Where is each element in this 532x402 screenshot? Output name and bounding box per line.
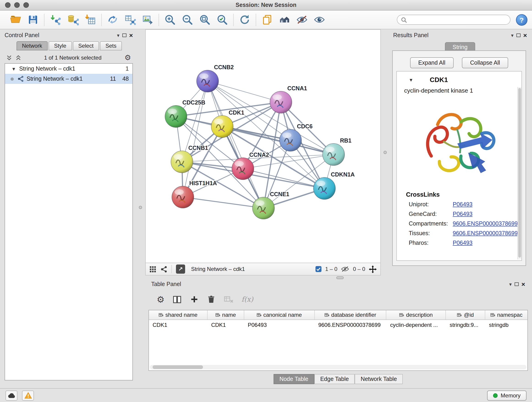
collapse-all-button[interactable]: Collapse All	[462, 57, 508, 68]
network-node-CDKN1A[interactable]	[313, 177, 336, 199]
tab-edge-table[interactable]: Edge Table	[314, 374, 355, 384]
close-panel-icon[interactable]: ×	[523, 32, 527, 38]
table-row[interactable]: CDK1 CDK1 P06493 9606.ENSP00000378699 cy…	[149, 320, 527, 330]
fit-selected-crosshair-icon[interactable]	[369, 265, 377, 273]
network-edge-CDK1-RB1[interactable]	[222, 127, 334, 154]
import-table-from-file-button[interactable]	[83, 13, 97, 27]
import-network-from-database-button[interactable]	[66, 13, 80, 27]
tab-network-table[interactable]: Network Table	[355, 374, 403, 384]
duplicate-network-button[interactable]	[260, 13, 274, 27]
network-tree-root-row[interactable]: ▼ String Network – cdk1 1	[5, 64, 133, 74]
network-node-HIST1H1A[interactable]	[172, 186, 194, 208]
column-sort-icon	[256, 313, 261, 317]
panel-menu-icon[interactable]: ▾	[511, 32, 514, 38]
share-view-icon[interactable]	[160, 266, 167, 273]
column-header[interactable]: shared name	[149, 310, 208, 319]
column-header[interactable]: namespac	[485, 310, 527, 319]
function-builder-icon[interactable]: f(x)	[241, 295, 253, 303]
help-button[interactable]: ?	[516, 14, 527, 26]
float-panel-icon[interactable]	[515, 282, 519, 286]
right-splitter-handle[interactable]	[384, 151, 387, 154]
tab-node-table[interactable]: Node Table	[273, 374, 314, 384]
memory-button[interactable]: Memory	[487, 390, 526, 400]
collapse-entry-triangle-icon[interactable]: ▼	[409, 77, 413, 82]
network-node-CCNA2[interactable]	[232, 158, 254, 180]
network-canvas[interactable]: CCNB2CCNA1CDC25BCDK1CDC6RB1CCNB1CCNA2CDK…	[145, 29, 381, 263]
toolbar-search[interactable]	[397, 15, 510, 25]
import-network-from-file-button[interactable]	[49, 13, 62, 27]
network-options-gear-icon[interactable]: ⚙	[124, 54, 131, 61]
results-scrollbar[interactable]	[517, 87, 521, 259]
network-node-CDK1[interactable]	[211, 115, 233, 138]
network-edge-CCNB2-CCNA1[interactable]	[208, 81, 281, 102]
collapse-all-chevrons-icon[interactable]	[16, 55, 21, 61]
network-tree-row-string-network[interactable]: String Network – cdk1 11 48	[5, 74, 133, 84]
column-header[interactable]: canonical name	[244, 310, 315, 319]
hidden-items-eye-slash-icon[interactable]	[341, 266, 349, 272]
search-input[interactable]	[409, 17, 506, 23]
tab-sets[interactable]: Sets	[100, 41, 122, 51]
zoom-selected-button[interactable]	[215, 13, 229, 27]
zoom-in-button[interactable]	[163, 13, 177, 27]
crosslink-link[interactable]: P06493	[453, 240, 472, 246]
left-splitter-handle[interactable]	[139, 206, 142, 209]
close-panel-icon[interactable]: ×	[521, 281, 525, 287]
refresh-view-button[interactable]	[238, 13, 252, 27]
delete-column-trash-icon[interactable]	[207, 295, 216, 304]
crosslink-link[interactable]: 9606.ENSP00000378699	[453, 220, 518, 227]
column-header[interactable]: @id	[446, 310, 485, 319]
show-graphics-details-button[interactable]	[312, 13, 326, 27]
crosslink-link[interactable]: P06493	[453, 211, 472, 217]
close-panel-icon[interactable]: ×	[129, 32, 133, 38]
network-graph[interactable]: CCNB2CCNA1CDC25BCDK1CDC6RB1CCNB1CCNA2CDK…	[146, 30, 380, 263]
control-panel: Control Panel ▾ × Network Style Select S…	[2, 30, 136, 382]
zoom-in-icon	[164, 14, 176, 26]
panel-menu-icon[interactable]: ▾	[509, 281, 512, 287]
table-horizontal-scrollbar[interactable]	[150, 365, 526, 370]
create-network-from-table-button[interactable]	[123, 13, 137, 27]
network-node-CCNA1[interactable]	[270, 91, 292, 113]
network-node-CDC25B[interactable]	[165, 105, 187, 128]
column-header[interactable]: name	[208, 310, 244, 319]
network-node-label: CDC25B	[182, 99, 205, 106]
selected-nodes-checkbox-icon[interactable]	[315, 266, 322, 272]
tab-select[interactable]: Select	[73, 41, 99, 51]
column-header[interactable]: description	[386, 310, 446, 319]
network-node-RB1[interactable]	[323, 143, 345, 166]
expand-all-chevrons-icon[interactable]	[6, 55, 12, 61]
expand-all-button[interactable]: Expand All	[410, 57, 454, 68]
network-node-CCNE1[interactable]	[253, 197, 274, 219]
zoom-out-button[interactable]	[181, 13, 194, 27]
warnings-button[interactable]	[22, 390, 34, 400]
panel-menu-icon[interactable]: ▾	[117, 32, 120, 38]
tab-style[interactable]: Style	[49, 41, 72, 51]
export-image-button[interactable]	[141, 13, 154, 27]
network-node-CCNB1[interactable]	[171, 151, 193, 173]
show-columns-icon[interactable]	[172, 294, 182, 304]
grid-view-icon[interactable]	[149, 266, 156, 273]
network-view-toolbar: ↗ String Network – cdk1 1 – 0 0 – 0	[145, 263, 381, 275]
crosslink-link[interactable]: 9606.ENSP00000378699	[453, 230, 518, 236]
clear-table-icon-disabled	[224, 295, 234, 304]
network-node-CCNB2[interactable]	[196, 70, 219, 92]
tab-network[interactable]: Network	[17, 41, 48, 51]
horizontal-splitter-handle[interactable]	[336, 276, 344, 279]
float-panel-icon[interactable]	[122, 33, 127, 37]
network-node-CDC6[interactable]	[279, 129, 302, 151]
hide-graphics-details-button[interactable]	[295, 13, 309, 27]
add-column-plus-icon[interactable]	[190, 295, 199, 304]
open-session-button[interactable]	[9, 13, 22, 27]
open-in-browser-button[interactable]: ↗	[176, 264, 185, 274]
float-panel-icon[interactable]	[516, 33, 520, 37]
zoom-fit-content-button[interactable]	[198, 13, 212, 27]
cloud-status-button[interactable]	[6, 390, 17, 400]
table-settings-gear-icon[interactable]: ⚙	[157, 295, 165, 304]
crosslink-link[interactable]: P06493	[453, 201, 472, 208]
network-arrows-button[interactable]	[106, 13, 120, 27]
column-header[interactable]: database identifier	[315, 310, 386, 319]
network-edge-CCNB2-CCNE1[interactable]	[208, 81, 264, 208]
disclosure-triangle-icon[interactable]: ▼	[12, 66, 16, 71]
save-session-button[interactable]	[26, 13, 40, 27]
birds-eye-view-button[interactable]	[278, 13, 291, 27]
network-edge-HIST1H1A-CCNE1[interactable]	[183, 197, 264, 208]
